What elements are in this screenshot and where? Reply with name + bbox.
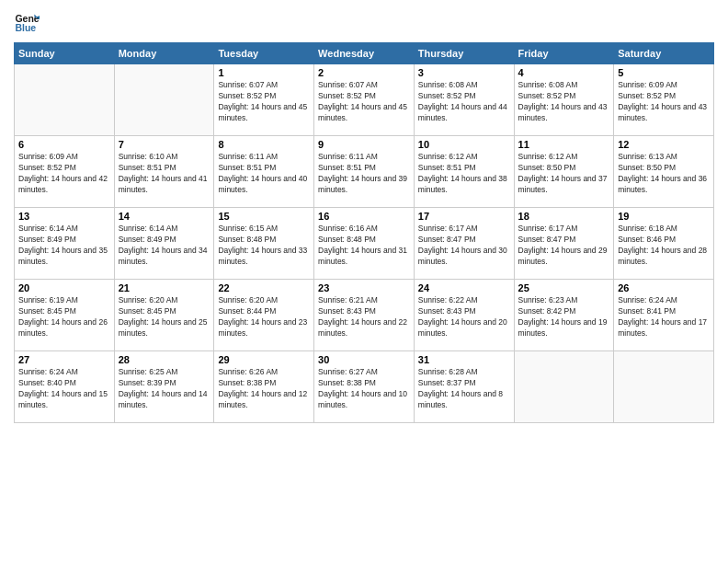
day-number: 29 xyxy=(218,354,310,365)
day-number: 5 xyxy=(618,67,710,78)
day-number: 17 xyxy=(418,211,510,222)
day-info: Sunrise: 6:14 AM Sunset: 8:49 PM Dayligh… xyxy=(119,224,210,268)
calendar-cell: 28Sunrise: 6:25 AM Sunset: 8:39 PM Dayli… xyxy=(114,351,214,423)
calendar-cell xyxy=(614,351,714,423)
day-info: Sunrise: 6:21 AM Sunset: 8:43 PM Dayligh… xyxy=(318,295,410,339)
calendar-cell xyxy=(114,64,214,136)
day-info: Sunrise: 6:12 AM Sunset: 8:50 PM Dayligh… xyxy=(518,152,610,196)
day-number: 24 xyxy=(418,282,510,293)
week-row-2: 6Sunrise: 6:09 AM Sunset: 8:52 PM Daylig… xyxy=(15,136,714,208)
day-info: Sunrise: 6:26 AM Sunset: 8:38 PM Dayligh… xyxy=(218,367,310,411)
day-number: 11 xyxy=(518,139,610,150)
weekday-saturday: Saturday xyxy=(614,43,714,64)
weekday-friday: Friday xyxy=(514,43,614,64)
day-number: 8 xyxy=(218,139,310,150)
day-info: Sunrise: 6:18 AM Sunset: 8:46 PM Dayligh… xyxy=(618,224,710,268)
calendar-cell: 24Sunrise: 6:22 AM Sunset: 8:43 PM Dayli… xyxy=(414,280,514,351)
day-info: Sunrise: 6:20 AM Sunset: 8:45 PM Dayligh… xyxy=(119,295,210,339)
calendar-table: SundayMondayTuesdayWednesdayThursdayFrid… xyxy=(14,42,714,423)
day-info: Sunrise: 6:08 AM Sunset: 8:52 PM Dayligh… xyxy=(518,80,610,124)
calendar-cell: 16Sunrise: 6:16 AM Sunset: 8:48 PM Dayli… xyxy=(314,208,415,280)
weekday-sunday: Sunday xyxy=(15,43,115,64)
day-number: 4 xyxy=(518,67,610,78)
week-row-3: 13Sunrise: 6:14 AM Sunset: 8:49 PM Dayli… xyxy=(15,208,714,280)
day-number: 28 xyxy=(119,354,210,365)
day-number: 13 xyxy=(18,211,110,222)
day-info: Sunrise: 6:13 AM Sunset: 8:50 PM Dayligh… xyxy=(618,152,710,196)
calendar-cell: 1Sunrise: 6:07 AM Sunset: 8:52 PM Daylig… xyxy=(214,64,314,136)
calendar-cell: 4Sunrise: 6:08 AM Sunset: 8:52 PM Daylig… xyxy=(514,64,614,136)
day-info: Sunrise: 6:23 AM Sunset: 8:42 PM Dayligh… xyxy=(518,295,610,339)
day-info: Sunrise: 6:07 AM Sunset: 8:52 PM Dayligh… xyxy=(318,80,410,124)
header: General Blue xyxy=(14,9,714,35)
day-number: 31 xyxy=(418,354,510,365)
calendar-cell: 23Sunrise: 6:21 AM Sunset: 8:43 PM Dayli… xyxy=(314,280,415,351)
calendar-cell: 2Sunrise: 6:07 AM Sunset: 8:52 PM Daylig… xyxy=(314,64,415,136)
day-number: 12 xyxy=(618,139,710,150)
day-info: Sunrise: 6:20 AM Sunset: 8:44 PM Dayligh… xyxy=(218,295,310,339)
calendar-cell: 17Sunrise: 6:17 AM Sunset: 8:47 PM Dayli… xyxy=(414,208,514,280)
day-info: Sunrise: 6:07 AM Sunset: 8:52 PM Dayligh… xyxy=(218,80,310,124)
week-row-1: 1Sunrise: 6:07 AM Sunset: 8:52 PM Daylig… xyxy=(15,64,714,136)
weekday-thursday: Thursday xyxy=(414,43,514,64)
day-info: Sunrise: 6:24 AM Sunset: 8:40 PM Dayligh… xyxy=(18,367,110,411)
page: General Blue SundayMondayTuesdayWednesda… xyxy=(0,0,728,563)
day-info: Sunrise: 6:11 AM Sunset: 8:51 PM Dayligh… xyxy=(318,152,410,196)
day-number: 7 xyxy=(119,139,210,150)
calendar-cell: 21Sunrise: 6:20 AM Sunset: 8:45 PM Dayli… xyxy=(114,280,214,351)
day-info: Sunrise: 6:22 AM Sunset: 8:43 PM Dayligh… xyxy=(418,295,510,339)
calendar-cell: 3Sunrise: 6:08 AM Sunset: 8:52 PM Daylig… xyxy=(414,64,514,136)
calendar-cell: 15Sunrise: 6:15 AM Sunset: 8:48 PM Dayli… xyxy=(214,208,314,280)
week-row-4: 20Sunrise: 6:19 AM Sunset: 8:45 PM Dayli… xyxy=(15,280,714,351)
day-number: 1 xyxy=(218,67,310,78)
day-info: Sunrise: 6:17 AM Sunset: 8:47 PM Dayligh… xyxy=(518,224,610,268)
weekday-tuesday: Tuesday xyxy=(214,43,314,64)
day-info: Sunrise: 6:27 AM Sunset: 8:38 PM Dayligh… xyxy=(318,367,410,411)
day-number: 30 xyxy=(318,354,410,365)
calendar-cell: 19Sunrise: 6:18 AM Sunset: 8:46 PM Dayli… xyxy=(614,208,714,280)
calendar-cell: 11Sunrise: 6:12 AM Sunset: 8:50 PM Dayli… xyxy=(514,136,614,208)
day-number: 2 xyxy=(318,67,410,78)
day-number: 27 xyxy=(18,354,110,365)
day-number: 14 xyxy=(119,211,210,222)
calendar-cell: 8Sunrise: 6:11 AM Sunset: 8:51 PM Daylig… xyxy=(214,136,314,208)
day-number: 18 xyxy=(518,211,610,222)
calendar-cell: 6Sunrise: 6:09 AM Sunset: 8:52 PM Daylig… xyxy=(15,136,115,208)
calendar-cell: 7Sunrise: 6:10 AM Sunset: 8:51 PM Daylig… xyxy=(114,136,214,208)
calendar-cell: 26Sunrise: 6:24 AM Sunset: 8:41 PM Dayli… xyxy=(614,280,714,351)
day-info: Sunrise: 6:09 AM Sunset: 8:52 PM Dayligh… xyxy=(18,152,110,196)
day-info: Sunrise: 6:17 AM Sunset: 8:47 PM Dayligh… xyxy=(418,224,510,268)
day-number: 19 xyxy=(618,211,710,222)
day-number: 9 xyxy=(318,139,410,150)
day-number: 15 xyxy=(218,211,310,222)
calendar-cell xyxy=(514,351,614,423)
day-number: 25 xyxy=(518,282,610,293)
calendar-cell: 12Sunrise: 6:13 AM Sunset: 8:50 PM Dayli… xyxy=(614,136,714,208)
calendar-cell: 27Sunrise: 6:24 AM Sunset: 8:40 PM Dayli… xyxy=(15,351,115,423)
calendar-cell: 5Sunrise: 6:09 AM Sunset: 8:52 PM Daylig… xyxy=(614,64,714,136)
day-number: 6 xyxy=(18,139,110,150)
calendar-cell: 29Sunrise: 6:26 AM Sunset: 8:38 PM Dayli… xyxy=(214,351,314,423)
day-info: Sunrise: 6:10 AM Sunset: 8:51 PM Dayligh… xyxy=(119,152,210,196)
day-number: 20 xyxy=(18,282,110,293)
day-number: 16 xyxy=(318,211,410,222)
day-number: 23 xyxy=(318,282,410,293)
day-info: Sunrise: 6:28 AM Sunset: 8:37 PM Dayligh… xyxy=(418,367,510,411)
calendar-cell: 14Sunrise: 6:14 AM Sunset: 8:49 PM Dayli… xyxy=(114,208,214,280)
day-info: Sunrise: 6:25 AM Sunset: 8:39 PM Dayligh… xyxy=(119,367,210,411)
day-info: Sunrise: 6:12 AM Sunset: 8:51 PM Dayligh… xyxy=(418,152,510,196)
calendar-cell: 25Sunrise: 6:23 AM Sunset: 8:42 PM Dayli… xyxy=(514,280,614,351)
svg-text:Blue: Blue xyxy=(15,22,36,33)
day-info: Sunrise: 6:14 AM Sunset: 8:49 PM Dayligh… xyxy=(18,224,110,268)
day-number: 3 xyxy=(418,67,510,78)
weekday-monday: Monday xyxy=(114,43,214,64)
calendar-cell: 18Sunrise: 6:17 AM Sunset: 8:47 PM Dayli… xyxy=(514,208,614,280)
day-number: 22 xyxy=(218,282,310,293)
logo-icon: General Blue xyxy=(14,9,40,35)
day-info: Sunrise: 6:09 AM Sunset: 8:52 PM Dayligh… xyxy=(618,80,710,124)
calendar-cell: 13Sunrise: 6:14 AM Sunset: 8:49 PM Dayli… xyxy=(15,208,115,280)
weekday-header-row: SundayMondayTuesdayWednesdayThursdayFrid… xyxy=(15,43,714,64)
day-number: 26 xyxy=(618,282,710,293)
calendar-cell: 9Sunrise: 6:11 AM Sunset: 8:51 PM Daylig… xyxy=(314,136,415,208)
day-number: 10 xyxy=(418,139,510,150)
